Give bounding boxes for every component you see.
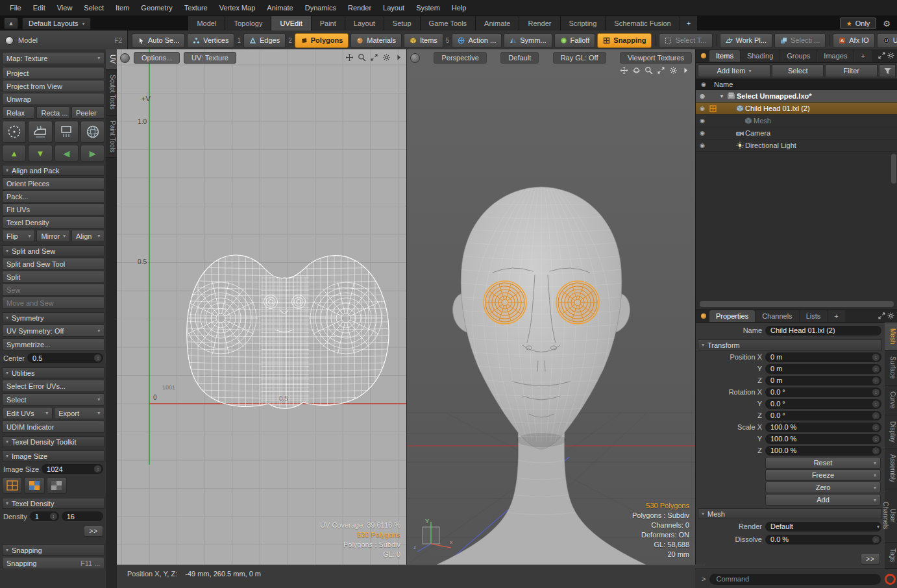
snapping-toggle-button[interactable]: Snapping F11 ... (2, 557, 104, 569)
layout-tab-model[interactable]: Model (188, 16, 225, 31)
layout-tab-topology[interactable]: Topology (225, 16, 271, 31)
section-symmetry[interactable]: ▾ Symmetry (2, 312, 104, 323)
items-tab-items[interactable]: Items (709, 50, 740, 62)
filter-funnel-button[interactable] (879, 64, 896, 77)
udim-grid-map-button[interactable] (2, 477, 22, 494)
spinner-icon[interactable]: ↕ (872, 377, 879, 384)
uv-relax-tool[interactable] (28, 121, 52, 143)
viewport-gear-icon[interactable] (669, 66, 678, 76)
uv-sphere-projection-tool[interactable] (80, 121, 104, 143)
items-button[interactable]: Items (404, 33, 443, 48)
section-utilities[interactable]: ▾ Utilities (2, 367, 104, 378)
uv-tool-recta[interactable]: Recta ... (36, 106, 69, 119)
left-tab-paint-tools[interactable]: Paint Tools (106, 116, 117, 158)
transform-value-field[interactable]: 0.0 °↕ (765, 387, 881, 397)
perspective-3d-viewport[interactable]: PerspectiveDefaultRay GL: OffViewport Te… (407, 49, 695, 565)
spinner-icon[interactable]: ↕ (872, 447, 879, 454)
center-value-field[interactable]: 0.5 ↕ (27, 353, 103, 363)
side-tab-display[interactable]: Display (885, 415, 897, 449)
uv-options-tab[interactable]: Options... (134, 52, 180, 64)
menu-texture[interactable]: Texture (178, 1, 214, 15)
dropdown-edit-uvs[interactable]: Edit UVs▾ (2, 407, 53, 419)
afx-io-button[interactable]: AAfx IO (833, 33, 875, 48)
spinner-icon[interactable]: ↕ (872, 412, 879, 419)
viewport-gear-icon[interactable] (382, 53, 391, 63)
record-macro-icon[interactable] (885, 574, 896, 585)
item-row-mesh[interactable]: ◉Mesh (696, 115, 897, 127)
action-button[interactable]: Action ... (452, 33, 502, 48)
section-image-size[interactable]: ▾ Image Size (2, 450, 104, 461)
layout-tab-animate[interactable]: Animate (476, 16, 519, 31)
split-sew-split-and-sew-tool[interactable]: Split and Sew Tool (2, 258, 104, 270)
menu-item[interactable]: Item (110, 1, 135, 15)
gradient-map-button[interactable] (47, 477, 67, 494)
work-pl-button[interactable]: Work Pl... (720, 33, 772, 48)
section-align-and-pack[interactable]: ▾ Align and Pack (2, 165, 104, 176)
edges-button[interactable]: Edges (243, 33, 286, 48)
menu-file[interactable]: File (4, 1, 27, 15)
viewport-move-icon[interactable] (620, 66, 628, 76)
side-tab-assembly[interactable]: Assembly (885, 448, 897, 489)
spinner-icon[interactable]: ↕ (94, 354, 101, 361)
horizontal-scrollbar[interactable] (700, 301, 894, 307)
section-split-and-sew[interactable]: ▾ Split and Sew (2, 245, 104, 256)
3d-tab-default[interactable]: Default (500, 52, 539, 64)
more-options-button[interactable]: >> (84, 525, 103, 537)
transform-value-field[interactable]: 0 m↕ (765, 352, 881, 362)
favorites-only-button[interactable]: ★ Only (840, 18, 877, 29)
viewport-orbit-icon[interactable] (632, 66, 641, 76)
visibility-eye-icon[interactable]: ◉ (697, 117, 707, 124)
viewport-caret-icon[interactable] (682, 66, 690, 76)
transform-value-field[interactable]: 0 m↕ (765, 364, 881, 374)
transform-value-field[interactable]: 0 m↕ (765, 376, 881, 386)
menu-animate[interactable]: Animate (261, 1, 299, 15)
item-row-directional-light[interactable]: ◉Directional Light (696, 140, 897, 152)
dropdown-flip[interactable]: Flip▾ (2, 230, 35, 242)
move-right-button[interactable]: ▶ (80, 145, 104, 162)
3d-canvas[interactable] (407, 49, 695, 565)
layout-tab-uvedit[interactable]: UVEdit (271, 16, 311, 31)
uv-texture-tab[interactable]: UV: Texture (184, 52, 236, 64)
properties-tab-channels[interactable]: Channels (756, 310, 798, 322)
viewport-zoom-icon[interactable] (645, 66, 653, 76)
spinner-icon[interactable]: ↕ (872, 389, 879, 396)
menu-geometry[interactable]: Geometry (135, 1, 178, 15)
spinner-icon[interactable]: ↕ (872, 424, 879, 431)
items-tab-shading[interactable]: Shading (741, 50, 780, 62)
viewport-caret-icon[interactable] (395, 53, 403, 63)
uv-command-unwrap[interactable]: Unwrap (2, 93, 104, 105)
panel-gear-icon[interactable] (887, 51, 895, 61)
items-tab-item[interactable]: + (854, 50, 871, 62)
symm-button[interactable]: Symm... (504, 33, 552, 48)
viewport-zoom-icon[interactable] (358, 53, 366, 63)
tool-mode-header[interactable]: Model F2 (0, 31, 128, 50)
auto-se-button[interactable]: Auto Se... (132, 33, 185, 48)
spinner-icon[interactable]: ↕ (872, 435, 879, 443)
properties-tab-properties[interactable]: Properties (709, 310, 755, 322)
layout-tab-render[interactable]: Render (519, 16, 560, 31)
item-row-select-unmapped-lxo[interactable]: ◉▼Select Unmapped.lxo* (696, 90, 897, 103)
side-tab-curve[interactable]: Curve (885, 386, 897, 415)
items-tab-groups[interactable]: Groups (780, 50, 817, 62)
texel-value-field[interactable]: 16 (62, 511, 104, 521)
3d-tab-perspective[interactable]: Perspective (434, 52, 486, 64)
menu-view[interactable]: View (51, 1, 79, 15)
section-snapping[interactable]: ▾ Snapping (2, 545, 104, 556)
3d-tab-ray-gl-off[interactable]: Ray GL: Off (553, 52, 606, 64)
visibility-eye-icon[interactable]: ◉ (697, 105, 707, 112)
items-tab-images[interactable]: Images (817, 50, 854, 62)
section-texel-density[interactable]: ▾ Texel Density (2, 498, 104, 509)
side-tab-tags[interactable]: Tags (885, 543, 897, 569)
transform-value-field[interactable]: 0.0 °↕ (765, 399, 881, 409)
vertex-map-selector[interactable]: Map: Texture ▾ (2, 52, 104, 64)
layout-tab-scripting[interactable]: Scripting (561, 16, 606, 31)
materials-button[interactable]: Materials (350, 33, 402, 48)
expand-caret-icon[interactable]: ▼ (718, 93, 726, 99)
align-command-pack[interactable]: Pack... (2, 190, 104, 202)
transform-value-field[interactable]: 100.0 %↕ (765, 434, 881, 444)
align-command-texel-density[interactable]: Texel Density (2, 216, 104, 228)
side-tab-mesh[interactable]: Mesh (885, 323, 897, 350)
visibility-eye-icon[interactable]: ◉ (697, 93, 707, 99)
menu-edit[interactable]: Edit (27, 1, 51, 15)
section-transform[interactable]: ▾ Transform (698, 339, 882, 350)
